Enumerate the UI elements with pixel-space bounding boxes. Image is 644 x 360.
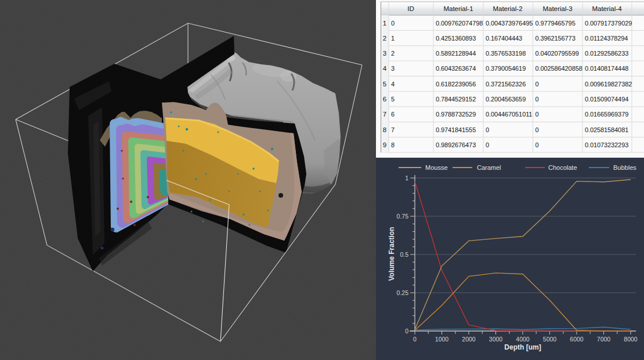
svg-text:Volume Fraction: Volume Fraction	[388, 227, 396, 281]
svg-text:3: 3	[391, 65, 395, 72]
svg-text:0.04020795599: 0.04020795599	[536, 50, 579, 57]
svg-text:0.6043263674: 0.6043263674	[436, 65, 476, 72]
svg-text:0.5: 0.5	[400, 251, 408, 258]
svg-text:0.01124378294: 0.01124378294	[585, 35, 628, 42]
svg-text:0: 0	[536, 126, 539, 133]
svg-text:0: 0	[536, 141, 539, 148]
svg-text:0.75: 0.75	[397, 213, 409, 220]
svg-text:0.009762074798: 0.009762074798	[436, 20, 483, 27]
svg-text:0.3721562326: 0.3721562326	[486, 81, 526, 88]
svg-text:0.9741841555: 0.9741841555	[436, 126, 476, 133]
svg-text:0: 0	[536, 96, 539, 103]
svg-text:4: 4	[383, 65, 387, 72]
svg-text:0.9779465795: 0.9779465795	[536, 20, 576, 27]
svg-text:2: 2	[383, 35, 386, 42]
svg-text:Material-4: Material-4	[592, 5, 622, 12]
svg-text:0.01509074494: 0.01509074494	[585, 96, 628, 103]
svg-text:0.5892128944: 0.5892128944	[436, 50, 476, 57]
svg-text:0.25: 0.25	[397, 289, 409, 296]
svg-text:0: 0	[405, 328, 408, 334]
svg-text:Depth [um]: Depth [um]	[504, 343, 541, 351]
svg-text:7: 7	[391, 126, 395, 133]
svg-text:Chocolate: Chocolate	[548, 164, 577, 171]
svg-text:0.2004563659: 0.2004563659	[486, 96, 526, 103]
svg-text:6: 6	[383, 96, 386, 103]
svg-text:0: 0	[391, 20, 395, 27]
svg-text:6000: 6000	[570, 336, 584, 343]
svg-text:3: 3	[383, 50, 386, 57]
svg-text:0.6182239056: 0.6182239056	[436, 81, 476, 88]
svg-text:Material-2: Material-2	[493, 5, 522, 12]
svg-text:0.01073232293: 0.01073232293	[585, 141, 628, 148]
svg-text:0: 0	[486, 126, 489, 133]
svg-text:7000: 7000	[597, 336, 611, 343]
svg-text:0.7844529152: 0.7844529152	[436, 96, 476, 103]
svg-text:6: 6	[391, 111, 395, 118]
svg-text:5000: 5000	[543, 336, 557, 343]
svg-text:0.01665969379: 0.01665969379	[585, 111, 628, 118]
svg-text:8000: 8000	[624, 336, 638, 343]
svg-text:3000: 3000	[489, 336, 503, 343]
svg-text:0.007917379029: 0.007917379029	[585, 20, 632, 27]
svg-text:Material-1: Material-1	[443, 5, 473, 12]
svg-text:0.3962156773: 0.3962156773	[536, 35, 576, 42]
svg-text:0.3576533198: 0.3576533198	[486, 50, 526, 57]
svg-text:0.02581584081: 0.02581584081	[585, 126, 628, 133]
svg-text:0.002586420858: 0.002586420858	[536, 65, 583, 72]
svg-text:0: 0	[413, 336, 417, 343]
svg-text:1: 1	[383, 20, 386, 27]
svg-text:ID: ID	[407, 5, 414, 12]
svg-text:Mousse: Mousse	[425, 164, 448, 171]
svg-text:1: 1	[391, 35, 395, 42]
svg-text:1000: 1000	[435, 336, 449, 343]
svg-text:4000: 4000	[516, 336, 530, 343]
svg-text:0.004467051011: 0.004467051011	[486, 111, 532, 118]
svg-text:0.009619827382: 0.009619827382	[585, 81, 632, 88]
svg-text:0.3790054619: 0.3790054619	[486, 65, 526, 72]
svg-text:5: 5	[383, 81, 386, 88]
svg-text:0.4251360893: 0.4251360893	[436, 35, 476, 42]
svg-text:Caramel: Caramel	[477, 164, 501, 171]
svg-text:8: 8	[391, 141, 395, 148]
svg-text:0.004373976495: 0.004373976495	[486, 20, 533, 27]
svg-text:2: 2	[391, 50, 395, 57]
svg-text:Material-3: Material-3	[542, 5, 572, 12]
svg-text:Bubbles: Bubbles	[613, 164, 636, 171]
svg-text:0.9788732529: 0.9788732529	[436, 111, 476, 118]
svg-text:0: 0	[486, 141, 489, 148]
svg-text:4: 4	[391, 81, 395, 88]
svg-text:0.167404443: 0.167404443	[486, 35, 522, 42]
svg-text:9: 9	[383, 141, 386, 148]
svg-text:0.01408174448: 0.01408174448	[585, 65, 628, 72]
svg-text:5: 5	[391, 96, 395, 103]
svg-text:1: 1	[405, 174, 408, 181]
svg-text:0.9892676473: 0.9892676473	[436, 141, 476, 148]
svg-text:0: 0	[536, 111, 539, 118]
svg-text:0.01292586233: 0.01292586233	[585, 50, 628, 57]
svg-text:8: 8	[383, 126, 386, 133]
svg-text:2000: 2000	[462, 336, 476, 343]
svg-text:7: 7	[383, 111, 386, 118]
svg-text:0: 0	[536, 81, 539, 88]
